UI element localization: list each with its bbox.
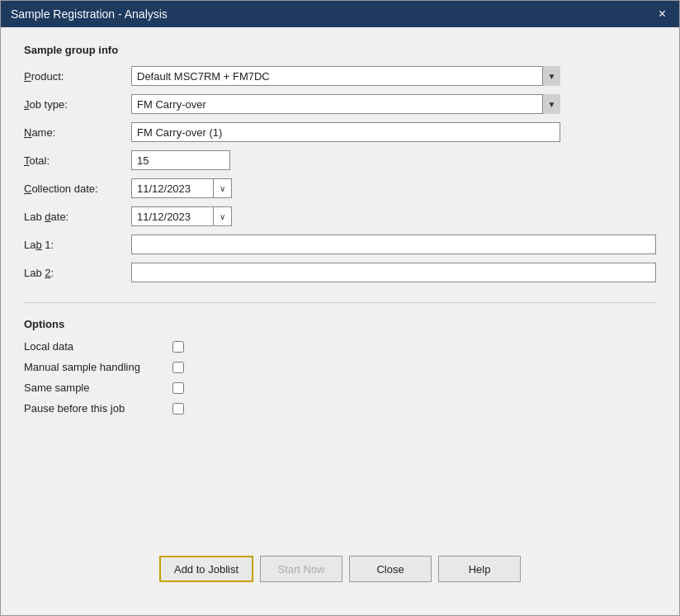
- window-title: Sample Registration - Analysis: [11, 7, 168, 21]
- local-data-checkbox[interactable]: [172, 341, 184, 353]
- name-label: Name:: [24, 126, 131, 139]
- section-divider: [24, 302, 656, 303]
- collection-date-wrapper: ∨: [131, 178, 232, 198]
- lab1-input[interactable]: [131, 235, 656, 254]
- title-bar: Sample Registration - Analysis ×: [1, 1, 679, 27]
- button-bar: Add to Joblist Start Now Close Help: [24, 543, 656, 599]
- local-data-label: Local data: [24, 340, 172, 353]
- main-window: Sample Registration - Analysis × Sample …: [0, 0, 680, 616]
- collection-date-group: Collection date: ∨: [24, 178, 656, 198]
- collection-date-dropdown-button[interactable]: ∨: [214, 178, 232, 198]
- close-button[interactable]: Close: [349, 556, 432, 582]
- job-type-group: Job type: FM Carry-over ▼: [24, 94, 656, 114]
- manual-sample-label: Manual sample handling: [24, 361, 172, 373]
- add-to-joblist-button[interactable]: Add to Joblist: [159, 556, 253, 582]
- dialog-content: Sample group info Product: Default MSC7R…: [1, 27, 679, 615]
- help-button[interactable]: Help: [438, 556, 521, 582]
- product-label: Product:: [24, 70, 131, 83]
- pause-checkbox[interactable]: [172, 403, 184, 415]
- lab-date-label: Lab date:: [24, 211, 131, 223]
- job-type-select[interactable]: FM Carry-over: [131, 94, 560, 114]
- collection-date-label: Collection date:: [24, 182, 131, 195]
- local-data-group: Local data: [24, 340, 656, 353]
- lab1-group: Lab 1:: [24, 235, 656, 254]
- lab2-group: Lab 2:: [24, 263, 656, 282]
- lab-date-input[interactable]: [131, 206, 214, 226]
- sample-group-info-title: Sample group info: [24, 44, 656, 56]
- manual-sample-checkbox[interactable]: [172, 362, 184, 373]
- lab2-label: Lab 2:: [24, 267, 131, 279]
- product-select[interactable]: Default MSC7RM + FM7DC: [131, 66, 560, 86]
- lab1-label: Lab 1:: [24, 239, 131, 251]
- options-title: Options: [24, 318, 656, 330]
- window-close-button[interactable]: ×: [655, 7, 669, 21]
- product-select-wrapper: Default MSC7RM + FM7DC ▼: [131, 66, 560, 86]
- job-type-label: Job type:: [24, 98, 131, 111]
- total-label: Total:: [24, 154, 131, 167]
- product-group: Product: Default MSC7RM + FM7DC ▼: [24, 66, 656, 86]
- lab-date-group: Lab date: ∨: [24, 206, 656, 226]
- pause-label: Pause before this job: [24, 402, 172, 415]
- same-sample-label: Same sample: [24, 381, 172, 394]
- lab2-input[interactable]: [131, 263, 656, 282]
- manual-sample-group: Manual sample handling: [24, 361, 656, 373]
- job-type-select-wrapper: FM Carry-over ▼: [131, 94, 560, 114]
- collection-date-input[interactable]: [131, 178, 214, 198]
- lab-date-wrapper: ∨: [131, 206, 232, 226]
- name-input[interactable]: [131, 122, 560, 142]
- start-now-button[interactable]: Start Now: [260, 556, 342, 582]
- lab-date-dropdown-button[interactable]: ∨: [214, 206, 232, 226]
- options-section: Options Local data Manual sample handlin…: [24, 318, 656, 423]
- same-sample-checkbox[interactable]: [172, 382, 184, 394]
- same-sample-group: Same sample: [24, 381, 656, 394]
- pause-group: Pause before this job: [24, 402, 656, 415]
- total-group: Total:: [24, 150, 656, 170]
- total-input[interactable]: [131, 150, 230, 170]
- name-group: Name:: [24, 122, 656, 142]
